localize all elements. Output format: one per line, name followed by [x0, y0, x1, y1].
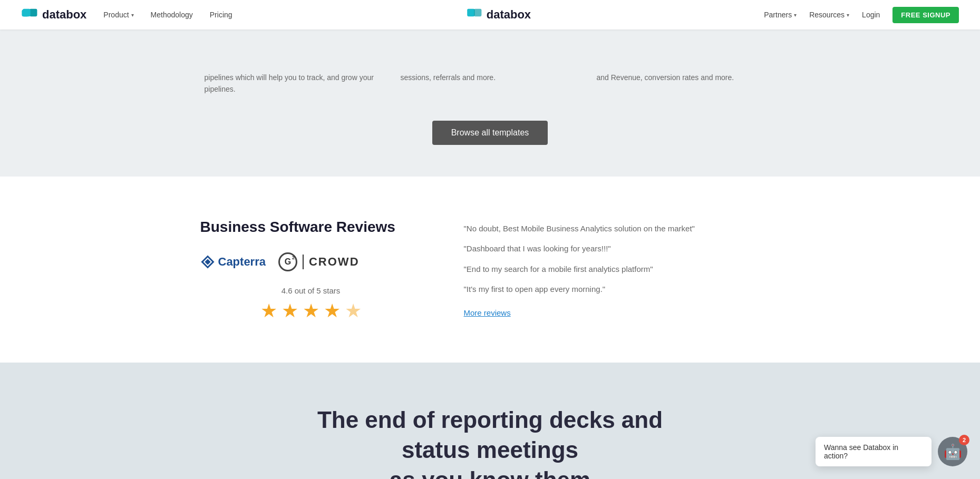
nav-left: databox Product ▾ Methodology Pricing — [21, 6, 232, 23]
chat-avatar[interactable]: 🤖 2 — [938, 437, 967, 466]
nav-login-link[interactable]: Login — [862, 11, 880, 19]
nav-product-link[interactable]: Product ▾ — [103, 11, 133, 19]
more-reviews-link[interactable]: More reviews — [464, 308, 511, 317]
nav-partners-link[interactable]: Partners ▾ — [764, 11, 797, 19]
nav-logo-text: databox — [42, 8, 86, 22]
review-quote-4: "It's my first to open app every morning… — [464, 284, 780, 296]
review-quote-1: "No doubt, Best Mobile Business Analytic… — [464, 223, 780, 235]
product-chevron-icon: ▾ — [131, 12, 134, 18]
template-card-3: and Revenue, conversion rates and more. — [597, 72, 776, 95]
reviews-section: Business Software Reviews Capterra G 2 — [0, 177, 980, 363]
capterra-diamond-icon — [200, 255, 215, 269]
chat-robot-icon: 🤖 — [944, 443, 962, 461]
reviews-title: Business Software Reviews — [200, 219, 422, 236]
star-2: ★ — [282, 301, 298, 320]
nav-resources-link[interactable]: Resources ▾ — [809, 11, 849, 19]
star-3: ★ — [303, 301, 319, 320]
star-5: ★ — [345, 301, 362, 320]
template-card-2: sessions, referrals and more. — [401, 72, 580, 95]
logos-row: Capterra G 2 CROWD — [200, 252, 422, 271]
reviews-inner: Business Software Reviews Capterra G 2 — [200, 219, 780, 320]
nav-methodology-link[interactable]: Methodology — [151, 11, 193, 19]
star-1: ★ — [260, 301, 277, 320]
center-logo-text: databox — [487, 8, 531, 22]
navbar: databox Product ▾ Methodology Pricing da… — [0, 0, 980, 30]
crowd-separator — [303, 255, 304, 269]
browse-all-templates-button[interactable]: Browse all templates — [432, 121, 548, 145]
crowd-label: CROWD — [309, 255, 360, 269]
capterra-logo: Capterra — [200, 255, 266, 269]
card-1-text: pipelines which will help you to track, … — [205, 72, 384, 95]
chat-widget[interactable]: Wanna see Databox in action? 🤖 2 — [816, 437, 967, 466]
card-2-text: sessions, referrals and more. — [401, 72, 580, 83]
center-logo-icon — [465, 6, 482, 23]
databox-logo-icon — [21, 6, 38, 23]
svg-rect-6 — [474, 9, 481, 16]
svg-rect-3 — [30, 9, 37, 16]
stars-row: ★ ★ ★ ★ ★ — [200, 301, 422, 320]
top-section: pipelines which will help you to track, … — [0, 30, 980, 177]
template-cards-row: pipelines which will help you to track, … — [195, 72, 785, 95]
reviews-left: Business Software Reviews Capterra G 2 — [200, 219, 422, 320]
svg-rect-5 — [467, 9, 474, 16]
bottom-title: The end of reporting decks and status me… — [300, 405, 680, 479]
resources-chevron-icon: ▾ — [847, 12, 849, 18]
chat-bubble: Wanna see Databox in action? — [816, 437, 932, 466]
nav-center-logo: databox — [465, 6, 531, 23]
free-signup-button[interactable]: FREE SIGNUP — [892, 7, 959, 23]
g2-circle: G 2 — [278, 252, 297, 271]
star-4: ★ — [324, 301, 341, 320]
nav-logo[interactable]: databox — [21, 6, 86, 23]
review-quote-2: "Dashboard that I was looking for years!… — [464, 243, 780, 255]
nav-pricing-link[interactable]: Pricing — [210, 11, 232, 19]
g2crowd-logo: G 2 CROWD — [278, 252, 360, 271]
chat-badge: 2 — [959, 435, 969, 445]
review-quote-3: "End to my search for a mobile first ana… — [464, 263, 780, 276]
reviews-right: "No doubt, Best Mobile Business Analytic… — [464, 219, 780, 318]
template-card-1: pipelines which will help you to track, … — [205, 72, 384, 95]
capterra-name: Capterra — [218, 255, 266, 269]
card-3-text: and Revenue, conversion rates and more. — [597, 72, 776, 83]
svg-rect-4 — [23, 9, 30, 16]
partners-chevron-icon: ▾ — [794, 12, 797, 18]
nav-right: Partners ▾ Resources ▾ Login FREE SIGNUP — [764, 7, 959, 23]
rating-text: 4.6 out of 5 stars — [200, 286, 422, 295]
